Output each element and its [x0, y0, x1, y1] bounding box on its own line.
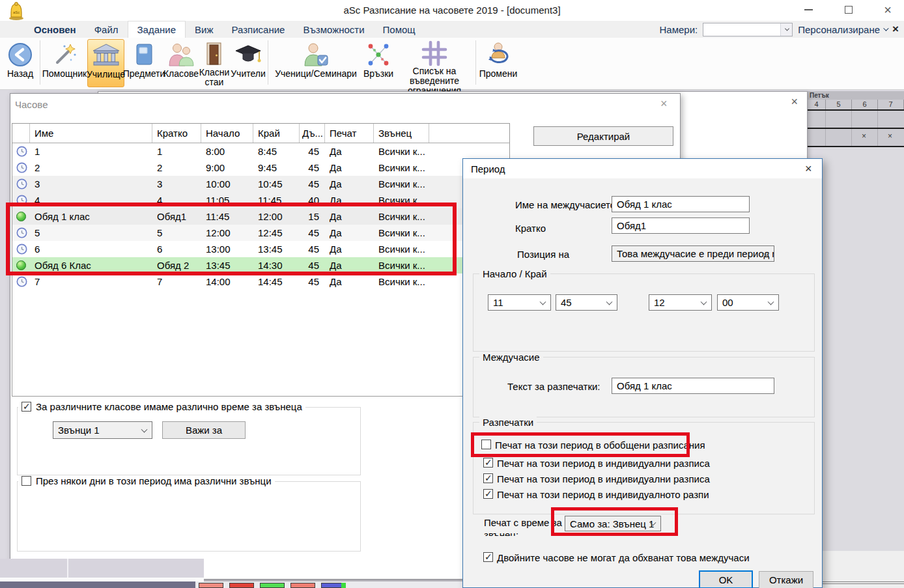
- print-individual-schedule-checkbox[interactable]: [483, 489, 493, 499]
- period-clock-icon: [16, 162, 27, 173]
- table-row[interactable]: 7714:0014:4545ДаВсички к...: [12, 273, 509, 290]
- column-header-end[interactable]: Край: [253, 124, 300, 143]
- chevron-down-icon: [141, 426, 148, 432]
- students-seminars-button[interactable]: Ученици/Семинари: [270, 39, 362, 87]
- classrooms-button[interactable]: Класни стаи: [199, 39, 230, 87]
- print-individual-label: Печат на този период в индивидуални разп…: [497, 458, 710, 469]
- applies-to-button[interactable]: Важи за: [162, 421, 246, 439]
- wizard-button[interactable]: Помощник: [42, 39, 87, 87]
- period-clock-icon: [16, 244, 27, 255]
- tab-vizh[interactable]: Виж: [186, 21, 222, 38]
- printout-checkbox-row: Печат на този период в обобщени разписан…: [481, 440, 807, 451]
- edit-button[interactable]: Редактирай: [533, 126, 673, 146]
- position-label: Позиция на: [517, 249, 569, 260]
- column-header-duration[interactable]: Дъ...: [300, 124, 325, 143]
- end-hour-combo[interactable]: 12: [649, 294, 712, 311]
- table-row[interactable]: 229:009:4545ДаВсички к...: [12, 160, 509, 176]
- chevron-down-icon: [701, 298, 707, 305]
- different-days-label: През някои дни в този период има различн…: [36, 475, 272, 486]
- short-input[interactable]: Обяд1: [612, 217, 750, 234]
- table-row[interactable]: 3310:0010:4545ДаВсички к...: [12, 176, 509, 192]
- tab-razpisanie[interactable]: Разписание: [223, 21, 294, 38]
- double-periods-label: Двойните часове не могат да обхванат тов…: [497, 552, 750, 563]
- break-name-input[interactable]: Обяд 1 клас: [612, 196, 750, 212]
- print-individual-label: Печат на този период в индивидуални разп…: [497, 473, 710, 484]
- different-bells-checkbox-row: За различните класове имаме различно вре…: [18, 401, 305, 412]
- minimize-icon: [804, 9, 813, 10]
- class-color-button[interactable]: [290, 583, 315, 588]
- close-button[interactable]: ×: [873, 0, 903, 20]
- background-panel-fragment: [0, 559, 204, 581]
- table-row-lunch-6-selected[interactable]: Обяд 6 КласОбяд 213:4514:3045ДаВсички к.…: [12, 257, 509, 273]
- class-color-button[interactable]: [260, 583, 285, 588]
- column-header-bell[interactable]: Звънец: [374, 124, 429, 143]
- links-button[interactable]: Връзки: [362, 39, 395, 87]
- ribbon-toolbar: Назад Помощник Училище Предмети Класове: [0, 38, 904, 90]
- find-dropdown-button[interactable]: [780, 23, 792, 36]
- print-summary-label: Печат на този период в обобщени разписан…: [495, 440, 705, 451]
- personalize-button[interactable]: Персонализиране: [798, 24, 887, 35]
- chevron-down-icon: [606, 298, 613, 305]
- short-label: Кратко: [515, 223, 546, 234]
- dialog-close-icon[interactable]: ×: [805, 162, 812, 176]
- break-name-label: Име на междучасието:: [515, 199, 618, 210]
- ribbon-separator: [40, 40, 40, 85]
- bell-time-label-line2: звънец:: [484, 530, 562, 536]
- different-days-checkbox-row: През някои дни в този период има различн…: [18, 475, 275, 486]
- tab-zadanie[interactable]: Задание: [128, 21, 186, 38]
- position-combo[interactable]: Това междучасие е преди период nr: [612, 245, 774, 262]
- print-text-input[interactable]: Обяд 1 клас: [612, 378, 774, 394]
- table-row[interactable]: 118:008:4545ДаВсички к...: [12, 143, 509, 160]
- column-header-name[interactable]: Име: [30, 124, 152, 143]
- class-color-button[interactable]: [321, 583, 346, 588]
- end-minute-combo[interactable]: 00: [717, 294, 779, 311]
- close-icon: ×: [884, 3, 892, 18]
- bell-time-combo[interactable]: Само за: Звънец 1: [565, 516, 661, 531]
- back-button[interactable]: Назад: [2, 39, 38, 87]
- bells-combo[interactable]: Звънци 1: [53, 421, 152, 439]
- classes-button[interactable]: Класове: [163, 39, 199, 87]
- print-individual-checkbox[interactable]: [483, 473, 493, 483]
- tab-osnoven[interactable]: Основен: [25, 21, 85, 38]
- ribbon-separator: [475, 40, 476, 85]
- background-window-close-icon[interactable]: ×: [791, 95, 798, 109]
- different-days-group: [17, 481, 361, 552]
- quick-access-area: Намери: Персонализиране ×: [660, 21, 899, 38]
- tab-pomosht[interactable]: Помощ: [374, 21, 425, 38]
- class-color-button[interactable]: [229, 583, 254, 588]
- table-row[interactable]: 4411:0511:4540ДаВсички к...: [12, 192, 509, 208]
- start-hour-combo[interactable]: 11: [488, 294, 551, 311]
- teachers-button[interactable]: Учители: [230, 39, 266, 87]
- personalize-close-icon[interactable]: ×: [892, 23, 899, 36]
- ok-button[interactable]: OK: [699, 570, 753, 588]
- table-row[interactable]: 6613:0013:4545ДаВсички к...: [12, 241, 509, 257]
- column-header-print[interactable]: Печат: [325, 124, 374, 143]
- cancel-button[interactable]: Откажи: [759, 571, 813, 588]
- double-periods-checkbox[interactable]: [483, 552, 493, 562]
- chevron-down-icon: [768, 298, 774, 305]
- print-individual-checkbox[interactable]: [483, 458, 493, 468]
- minimize-button[interactable]: [793, 0, 823, 20]
- start-minute-combo[interactable]: 45: [556, 294, 617, 311]
- tab-file[interactable]: Файл: [85, 21, 128, 38]
- table-row-lunch-1[interactable]: Обяд 1 класОбяд111:4512:0015ДаВсички к..…: [12, 208, 509, 225]
- grid-cell-mark: ×: [862, 132, 866, 141]
- constraints-list-button[interactable]: Списък на въведените ограничения: [395, 39, 474, 87]
- asc-application-window: aSc aSc Разписание на часовете 2019 - [d…: [0, 0, 904, 588]
- column-header-short[interactable]: Кратко: [152, 124, 201, 143]
- break-group-label: Междучасие: [479, 352, 543, 363]
- class-color-button[interactable]: [199, 583, 223, 588]
- different-bells-group: [17, 407, 361, 475]
- different-days-checkbox[interactable]: [21, 476, 31, 486]
- changes-button[interactable]: Промени: [477, 39, 519, 87]
- tab-vazmozhnosti[interactable]: Възможности: [294, 21, 373, 38]
- school-button[interactable]: Училище: [87, 39, 124, 87]
- column-header-start[interactable]: Начало: [201, 124, 253, 143]
- print-summary-checkbox[interactable]: [481, 440, 491, 449]
- different-bells-checkbox[interactable]: [21, 402, 31, 412]
- maximize-button[interactable]: [834, 0, 864, 20]
- subjects-button[interactable]: Предмети: [124, 39, 163, 87]
- table-row[interactable]: 5512:0012:4545ДаВсички к...: [12, 225, 509, 241]
- hours-close-icon[interactable]: ×: [660, 97, 668, 111]
- find-input[interactable]: [705, 24, 778, 35]
